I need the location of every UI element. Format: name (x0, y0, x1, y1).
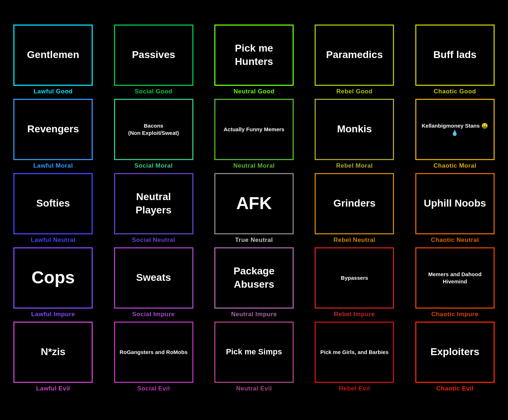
cell-label-softies: Lawful Neutral (29, 234, 77, 245)
cell-label-uphill-noobs: Chaotic Neutral (429, 234, 480, 245)
cell-label-sweats: Social Impure (131, 309, 176, 319)
cell-box-memers-dahood: Memers and Dahood Hivemind (415, 247, 495, 309)
cell-box-kellanbigmoney: Kellanbigmoney Stans 🤑💧 (415, 99, 495, 160)
cell-box-rogangsters: RoGangsters and RoMobs (114, 322, 193, 383)
cell-content-softies: Softies (34, 194, 73, 213)
cell-box-exploiters: Exploiters (415, 322, 495, 383)
cell-label-bacons: Social Moral (133, 160, 174, 171)
cell-softies: SoftiesLawful Neutral (3, 173, 103, 247)
cell-kellanbigmoney: Kellanbigmoney Stans 🤑💧Chaotic Moral (405, 99, 505, 173)
cell-content-exploiters: Exploiters (428, 342, 482, 361)
cell-label-nzis: Lawful Evil (35, 383, 71, 394)
alignment-grid: GentlemenLawful GoodPassivesSocial GoodP… (3, 25, 505, 396)
cell-box-actually-funny-memers: Actually Funny Memers (214, 99, 294, 160)
cell-label-gentlemen: Lawful Good (32, 86, 74, 97)
cell-content-uphill-noobs: Uphill Noobs (421, 194, 489, 213)
cell-label-package-abusers: Neutral Impure (230, 309, 279, 319)
cell-label-neutral-players: Social Neutral (130, 234, 176, 245)
cell-label-exploiters: Chaotic Evil (435, 383, 475, 394)
cell-box-softies: Softies (13, 173, 93, 234)
cell-content-nzis: N*zis (38, 342, 68, 361)
cell-label-bypassers: Rebel Impure (333, 309, 377, 319)
cell-box-neutral-players: Neutral Players (114, 173, 193, 234)
cell-content-cops: Cops (29, 264, 78, 292)
cell-content-bacons: Bacons(Non Exploit/Sweat) (125, 119, 182, 139)
cell-content-grinders: Grinders (330, 194, 378, 213)
cell-label-pick-me-simps: Neutral Evil (235, 383, 273, 394)
cell-box-pick-me-girls: Pick me Girls, and Barbies (315, 322, 394, 383)
cell-grinders: GrindersRebel Neutral (304, 173, 404, 247)
cell-content-pick-me-simps: Pick me Simps (223, 344, 285, 360)
cell-label-pick-me-hunters: Neutral Good (232, 86, 276, 97)
cell-passives: PassivesSocial Good (103, 25, 203, 99)
cell-content-sweats: Sweats (133, 268, 174, 287)
cell-bacons: Bacons(Non Exploit/Sweat)Social Moral (103, 99, 203, 173)
cell-gentlemen: GentlemenLawful Good (3, 25, 103, 99)
cell-revengers: RevengersLawful Moral (3, 99, 103, 173)
cell-label-actually-funny-memers: Neutral Moral (232, 160, 276, 171)
cell-box-monkis: Monkis (315, 99, 394, 160)
cell-pick-me-girls: Pick me Girls, and BarbiesRebel Evil (304, 322, 404, 396)
cell-sweats: SweatsSocial Impure (103, 247, 203, 322)
cell-content-gentlemen: Gentlemen (24, 45, 82, 64)
cell-label-monkis: Rebel Moral (334, 160, 374, 171)
cell-box-afk: AFK (214, 173, 294, 234)
cell-content-memers-dahood: Memers and Dahood Hivemind (416, 268, 494, 288)
cell-neutral-players: Neutral PlayersSocial Neutral (103, 173, 203, 247)
cell-content-buff-lads: Buff lads (430, 45, 479, 64)
cell-paramedics: ParamedicsRebel Good (304, 25, 404, 99)
cell-content-passives: Passives (129, 45, 178, 64)
cell-label-rogangsters: Social Evil (136, 383, 171, 394)
cell-nzis: N*zisLawful Evil (3, 322, 103, 396)
cell-content-afk: AFK (233, 189, 275, 217)
cell-pick-me-hunters: Pick me HuntersNeutral Good (204, 25, 304, 99)
cell-label-kellanbigmoney: Chaotic Moral (432, 160, 478, 171)
cell-content-rogangsters: RoGangsters and RoMobs (117, 346, 190, 359)
cell-content-revengers: Revengers (25, 120, 82, 138)
cell-box-revengers: Revengers (13, 99, 93, 160)
cell-label-cops: Lawful Impure (30, 309, 76, 319)
cell-box-uphill-noobs: Uphill Noobs (415, 173, 495, 234)
cell-label-passives: Social Good (133, 86, 174, 97)
cell-content-pick-me-girls: Pick me Girls, and Barbies (318, 346, 391, 359)
cell-box-paramedics: Paramedics (315, 25, 394, 86)
cell-content-paramedics: Paramedics (323, 45, 386, 64)
cell-box-package-abusers: Package Abusers (214, 247, 294, 309)
cell-label-pick-me-girls: Rebel Evil (337, 383, 371, 394)
cell-buff-lads: Buff ladsChaotic Good (405, 25, 505, 99)
cell-content-package-abusers: Package Abusers (215, 262, 293, 294)
cell-content-kellanbigmoney: Kellanbigmoney Stans 🤑💧 (416, 119, 494, 139)
cell-monkis: MonkisRebel Moral (304, 99, 404, 173)
cell-box-gentlemen: Gentlemen (13, 25, 93, 86)
cell-exploiters: ExploitersChaotic Evil (405, 322, 505, 396)
cell-package-abusers: Package AbusersNeutral Impure (204, 247, 304, 322)
cell-box-pick-me-simps: Pick me Simps (214, 322, 294, 383)
cell-box-pick-me-hunters: Pick me Hunters (214, 25, 294, 86)
cell-label-memers-dahood: Chaotic Impure (430, 309, 480, 319)
cell-content-actually-funny-memers: Actually Funny Memers (221, 123, 287, 136)
cell-box-sweats: Sweats (114, 247, 193, 309)
cell-content-pick-me-hunters: Pick me Hunters (215, 39, 293, 71)
cell-box-cops: Cops (13, 247, 93, 309)
cell-bypassers: BypassersRebel Impure (304, 247, 404, 322)
cell-box-bypassers: Bypassers (315, 247, 394, 309)
cell-actually-funny-memers: Actually Funny MemersNeutral Moral (204, 99, 304, 173)
cell-memers-dahood: Memers and Dahood HivemindChaotic Impure (405, 247, 505, 322)
cell-pick-me-simps: Pick me SimpsNeutral Evil (204, 322, 304, 396)
cell-label-afk: True Neutral (233, 234, 274, 245)
cell-box-grinders: Grinders (315, 173, 394, 234)
cell-box-passives: Passives (114, 25, 193, 86)
cell-box-buff-lads: Buff lads (415, 25, 495, 86)
cell-content-neutral-players: Neutral Players (115, 187, 192, 220)
cell-box-bacons: Bacons(Non Exploit/Sweat) (114, 99, 193, 160)
cell-label-grinders: Rebel Neutral (332, 234, 377, 245)
cell-cops: CopsLawful Impure (3, 247, 103, 322)
cell-box-nzis: N*zis (13, 322, 93, 383)
cell-label-revengers: Lawful Moral (32, 160, 74, 171)
cell-label-buff-lads: Chaotic Good (432, 86, 477, 97)
cell-content-bypassers: Bypassers (338, 271, 371, 284)
cell-afk: AFKTrue Neutral (204, 173, 304, 247)
cell-uphill-noobs: Uphill NoobsChaotic Neutral (405, 173, 505, 247)
cell-rogangsters: RoGangsters and RoMobsSocial Evil (103, 322, 203, 396)
cell-label-paramedics: Rebel Good (335, 86, 374, 97)
